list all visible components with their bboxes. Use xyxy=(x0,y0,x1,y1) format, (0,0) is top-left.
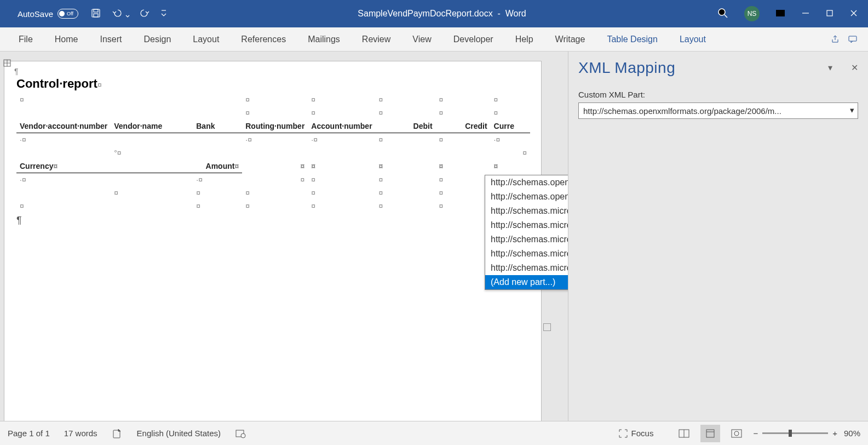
status-words[interactable]: 17 words xyxy=(64,429,97,438)
tab-review[interactable]: Review xyxy=(351,27,401,52)
zoom-level[interactable]: 90% xyxy=(844,429,860,438)
page-title: Control·report¤ xyxy=(16,77,530,91)
tab-table-layout[interactable]: Layout xyxy=(669,27,717,52)
col-bank: Bank xyxy=(193,119,242,133)
col-vendor-account: Vendor·account·number xyxy=(16,119,111,133)
svg-point-17 xyxy=(241,433,245,438)
xml-mapping-pane: XML Mapping ▾ ✕ Custom XML Part: http://… xyxy=(568,52,868,421)
col-debit: Debit xyxy=(376,119,436,133)
read-mode-icon[interactable] xyxy=(674,425,694,442)
pilcrow-icon: ¶ xyxy=(14,67,19,76)
xml-part-option[interactable]: http://schemas.microsoft.com/office/2006… xyxy=(485,261,568,275)
titlebar-right: NS xyxy=(717,6,858,21)
tab-insert[interactable]: Insert xyxy=(89,27,133,52)
zoom-slider: − + xyxy=(753,429,837,438)
xml-part-option[interactable]: http://schemas.microsoft.com/sharepoint/… xyxy=(485,247,568,261)
autosave-toggle-group: AutoSave Off xyxy=(18,9,78,19)
tab-writage[interactable]: Writage xyxy=(544,27,596,52)
xml-part-option[interactable]: http://schemas.microsoft.com/office/2006… xyxy=(485,204,568,218)
quick-access-toolbar xyxy=(90,8,167,20)
redo-icon[interactable] xyxy=(140,8,151,20)
svg-rect-1 xyxy=(94,9,98,12)
ribbon-tabs: File Home Insert Design Layout Reference… xyxy=(0,27,868,52)
comments-icon[interactable] xyxy=(845,32,860,47)
undo-icon[interactable] xyxy=(111,8,130,20)
svg-point-23 xyxy=(734,431,739,436)
macro-record-icon[interactable] xyxy=(235,428,246,439)
app-name: Word xyxy=(505,9,526,18)
save-icon[interactable] xyxy=(90,8,101,20)
tab-mailings[interactable]: Mailings xyxy=(297,27,351,52)
col-account: Account·number xyxy=(308,119,375,133)
svg-rect-11 xyxy=(849,36,856,41)
focus-label: Focus xyxy=(631,429,654,438)
svg-point-4 xyxy=(718,9,725,15)
ribbon-display-icon[interactable] xyxy=(775,8,786,20)
pane-close-icon[interactable]: ✕ xyxy=(851,62,858,73)
tab-view[interactable]: View xyxy=(401,27,442,52)
table-header-row: Vendor·account·number Vendor·name Bank R… xyxy=(16,119,530,133)
close-icon[interactable] xyxy=(849,9,858,19)
table-row: ·¤·¤·¤¤¤·¤ xyxy=(16,133,530,147)
col-credit: Credit xyxy=(436,119,491,133)
toggle-knob xyxy=(59,11,65,16)
svg-rect-8 xyxy=(827,10,832,16)
col-sub-amount: Amount¤ xyxy=(193,159,242,173)
window-title: SampleVendPaymDocReport.docx - Word xyxy=(167,9,717,19)
window-controls xyxy=(801,9,858,19)
svg-line-5 xyxy=(725,15,727,18)
minimize-icon[interactable] xyxy=(801,9,810,19)
col-sub-currency: Currency¤ xyxy=(16,159,111,173)
select-value: http://schemas.openxmlformats.org/packag… xyxy=(583,106,781,116)
pane-options-icon[interactable]: ▾ xyxy=(828,62,832,73)
tab-file[interactable]: File xyxy=(8,27,44,52)
zoom-thumb[interactable] xyxy=(789,430,792,437)
xml-part-option[interactable]: http://schemas.microsoft.com/sharepoint/… xyxy=(485,232,568,247)
share-icon[interactable] xyxy=(827,32,843,47)
custom-xml-part-label: Custom XML Part: xyxy=(578,90,858,99)
xml-part-option[interactable]: (Add new part...) xyxy=(485,275,568,289)
xml-part-dropdown-list: http://schemas.openxmlformats.org/packag… xyxy=(485,175,568,290)
svg-rect-22 xyxy=(732,430,741,437)
title-bar: AutoSave Off SampleVendPaymDocReport.doc… xyxy=(0,0,868,27)
tab-developer[interactable]: Developer xyxy=(442,27,504,52)
qat-more-icon[interactable] xyxy=(160,8,167,20)
table-move-handle-icon[interactable] xyxy=(2,58,12,68)
report-table: ¤¤¤¤¤¤ ¤¤¤¤¤ Vendor·account·number Vendo… xyxy=(16,93,530,213)
web-layout-icon[interactable] xyxy=(727,425,746,442)
zoom-track[interactable] xyxy=(762,432,828,434)
tab-layout[interactable]: Layout xyxy=(182,27,230,52)
autosave-toggle[interactable]: Off xyxy=(58,9,78,19)
tab-table-design[interactable]: Table Design xyxy=(596,27,669,52)
document-filename: SampleVendPaymDocReport.docx xyxy=(358,9,492,18)
tab-design[interactable]: Design xyxy=(133,27,182,52)
xml-part-option[interactable]: http://schemas.microsoft.com/office/2006… xyxy=(485,218,568,232)
autosave-label: AutoSave xyxy=(18,9,53,19)
table-row: ·¤·¤¤¤¤¤¤ xyxy=(16,173,530,187)
custom-xml-part-select[interactable]: http://schemas.openxmlformats.org/packag… xyxy=(578,102,858,119)
document-page: ¶ Control·report¤ ¤¤¤¤¤¤ ¤¤¤¤¤ Vendor·ac… xyxy=(4,61,541,421)
print-layout-icon[interactable] xyxy=(700,425,720,442)
status-page[interactable]: Page 1 of 1 xyxy=(8,429,50,438)
tab-references[interactable]: References xyxy=(230,27,297,52)
xml-part-option[interactable]: http://schemas.openxmlformats.org/packag… xyxy=(485,175,568,190)
ribbon-right-controls xyxy=(827,32,860,47)
tab-help[interactable]: Help xyxy=(504,27,544,52)
spellcheck-icon[interactable] xyxy=(112,428,123,439)
maximize-icon[interactable] xyxy=(825,9,834,19)
search-icon[interactable] xyxy=(717,7,729,21)
chevron-down-icon: ▾ xyxy=(850,105,854,115)
xml-part-option[interactable]: http://schemas.openxmlformats.org/office… xyxy=(485,190,568,204)
document-area[interactable]: ¶ Control·report¤ ¤¤¤¤¤¤ ¤¤¤¤¤ Vendor·ac… xyxy=(0,52,568,421)
col-routing: Routing·number xyxy=(242,119,308,133)
status-language[interactable]: English (United States) xyxy=(137,429,221,438)
zoom-in-button[interactable]: + xyxy=(832,429,837,438)
zoom-out-button[interactable]: − xyxy=(753,429,758,438)
svg-rect-0 xyxy=(92,9,100,17)
pane-title: XML Mapping xyxy=(578,59,858,77)
user-avatar[interactable]: NS xyxy=(744,6,760,21)
table-resize-handle-icon[interactable] xyxy=(543,323,551,331)
focus-button[interactable]: Focus xyxy=(618,429,654,438)
tab-home[interactable]: Home xyxy=(44,27,89,52)
table-row: ¤¤¤¤¤¤¤ xyxy=(16,186,530,199)
